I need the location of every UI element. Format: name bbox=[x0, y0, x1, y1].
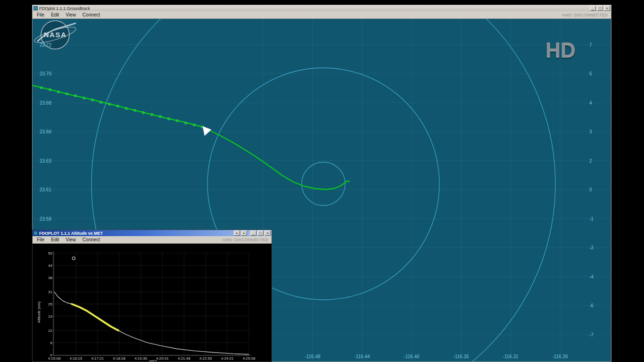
menu-file[interactable]: File bbox=[33, 237, 48, 242]
lat-tick-label: 23.61 bbox=[34, 187, 51, 192]
altitude-x-tick-label: 4:24:01 bbox=[218, 356, 237, 361]
menu-view[interactable]: View bbox=[62, 12, 79, 17]
menu-connect[interactable]: Connect bbox=[79, 12, 103, 17]
altitude-y-tick-label: 12 bbox=[42, 329, 52, 333]
right-axis-tick-label: 0 bbox=[589, 187, 603, 192]
screen: { "groundtrack": { "title": "FDOplot 1.1… bbox=[0, 0, 644, 362]
altitude-y-tick-label: 38 bbox=[42, 276, 52, 280]
right-axis-tick-label: 5 bbox=[589, 71, 603, 76]
right-axis-tick-label: -1 bbox=[589, 216, 603, 222]
menu-edit[interactable]: Edit bbox=[48, 12, 62, 17]
window-icon bbox=[33, 231, 38, 235]
altitude-x-tick-label: 4:15:08 bbox=[45, 356, 64, 361]
connection-status: AWD: DISCONNECTED bbox=[561, 13, 610, 17]
altitude-window-title: FDOPLOT 1.1.1 Altitude vs MET bbox=[39, 231, 103, 236]
altitude-plot-area[interactable]: Altitude (nm) MET 50443831251912604:15:0… bbox=[33, 244, 272, 362]
lat-tick-label: 23.58 bbox=[34, 216, 51, 222]
altitude-y-tick-label: 19 bbox=[42, 314, 52, 319]
right-axis-tick-label: -4 bbox=[589, 274, 603, 280]
lon-tick-label: -116.31 bbox=[500, 354, 521, 359]
altitude-x-tick-label: 4:18:28 bbox=[110, 356, 129, 361]
altitude-curve bbox=[54, 292, 249, 354]
groundtrack-line bbox=[33, 85, 349, 189]
lat-tick-label: 23.70 bbox=[34, 71, 51, 76]
lon-tick-label: -116.35 bbox=[451, 354, 471, 359]
groundtrack-window-title: FDOplot 1.1.1 Groundtrack bbox=[39, 6, 90, 11]
right-axis-tick-label: 3 bbox=[589, 129, 603, 134]
right-axis-tick-label: -3 bbox=[589, 245, 603, 250]
altitude-y-tick-label: 6 bbox=[42, 341, 52, 345]
altitude-window: FDOPLOT 1.1.1 Altitude vs MET ▪ ▪ _ □ × … bbox=[32, 230, 272, 362]
lon-tick-label: -116.48 bbox=[302, 354, 323, 359]
right-axis-tick-label: 7 bbox=[589, 42, 603, 48]
altitude-x-tick-label: 4:17:21 bbox=[88, 356, 107, 361]
lat-tick-label: 23.68 bbox=[34, 100, 51, 106]
altitude-x-tick-label: 4:20:41 bbox=[153, 356, 172, 361]
altitude-y-tick-label: 44 bbox=[42, 263, 52, 268]
hd-logo: HD bbox=[545, 39, 576, 61]
altitude-menubar: File Edit View Connect AWD: DISCONNECTED bbox=[33, 236, 272, 244]
lon-tick-label: -116.40 bbox=[401, 354, 422, 359]
connection-status: AWD: DISCONNECTED bbox=[222, 238, 271, 242]
window-extra-button-2[interactable]: ▪ bbox=[241, 230, 247, 236]
altitude-y-axis-label: Altitude (nm) bbox=[37, 302, 41, 323]
right-axis-tick-label: -7 bbox=[589, 332, 603, 337]
altitude-canvas bbox=[33, 244, 272, 362]
menu-view[interactable]: View bbox=[62, 237, 79, 242]
minimize-button[interactable]: _ bbox=[250, 230, 256, 236]
right-axis-tick-label: -6 bbox=[589, 303, 603, 308]
window-icon bbox=[33, 6, 38, 10]
altitude-x-tick-label: 4:22:55 bbox=[196, 356, 215, 361]
menu-edit[interactable]: Edit bbox=[48, 237, 62, 242]
altitude-highlight-segment bbox=[72, 304, 118, 330]
groundtrack-menubar: File Edit View Connect AWD: DISCONNECTED bbox=[33, 11, 611, 19]
lat-tick-label: 23.66 bbox=[34, 129, 51, 134]
groundtrack-titlebar[interactable]: FDOplot 1.1.1 Groundtrack _ □ × bbox=[33, 5, 611, 11]
lat-tick-label: 23.72 bbox=[34, 42, 51, 48]
right-axis-tick-label: 2 bbox=[589, 158, 603, 164]
minimize-button[interactable]: _ bbox=[590, 6, 596, 11]
menu-connect[interactable]: Connect bbox=[79, 237, 103, 242]
altitude-y-tick-label: 25 bbox=[42, 302, 52, 306]
altitude-x-tick-label: 4:25:08 bbox=[239, 356, 258, 361]
close-button[interactable]: × bbox=[264, 230, 271, 236]
altitude-x-tick-label: 4:21:48 bbox=[174, 356, 193, 361]
altitude-x-tick-label: 4:19:35 bbox=[132, 356, 150, 361]
altitude-titlebar[interactable]: FDOPLOT 1.1.1 Altitude vs MET ▪ ▪ _ □ × bbox=[33, 230, 272, 236]
window-extra-button-1[interactable]: ▪ bbox=[234, 230, 240, 236]
range-ring bbox=[302, 162, 345, 206]
altitude-y-tick-label: 50 bbox=[42, 251, 52, 255]
lon-tick-label: -116.26 bbox=[550, 354, 570, 359]
close-button[interactable]: × bbox=[604, 6, 610, 11]
menu-file[interactable]: File bbox=[33, 12, 48, 17]
nasa-text: NASA bbox=[44, 31, 67, 39]
maximize-button[interactable]: □ bbox=[597, 6, 603, 11]
lon-tick-label: -116.44 bbox=[352, 354, 372, 359]
outlier-marker bbox=[72, 257, 75, 260]
altitude-y-tick-label: 31 bbox=[42, 290, 52, 294]
right-axis-tick-label: 4 bbox=[589, 100, 603, 106]
lat-tick-label: 23.63 bbox=[34, 158, 51, 164]
altitude-x-tick-label: 4:16:15 bbox=[66, 356, 85, 361]
maximize-button[interactable]: □ bbox=[257, 230, 264, 236]
